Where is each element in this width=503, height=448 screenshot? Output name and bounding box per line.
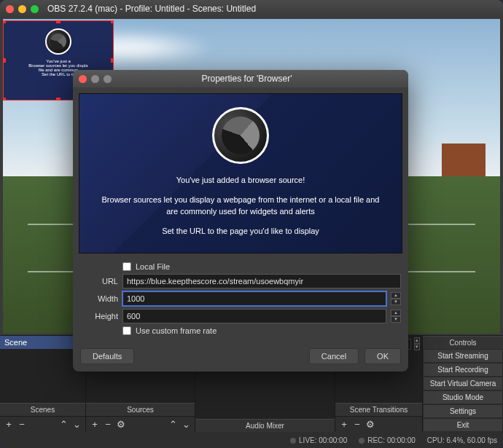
url-label: URL [80,277,118,286]
controls-panel-title: Controls [423,336,503,349]
url-input[interactable] [122,274,401,288]
mixer-panel-title: Audio Mixer [195,419,335,432]
width-spin-down[interactable]: ▼ [391,299,401,305]
obs-logo-icon [45,28,71,55]
add-source-button[interactable]: + [89,419,101,431]
scene-down-button[interactable]: ⌄ [71,419,82,431]
studio-mode-button[interactable]: Studio Mode [423,390,503,404]
add-scene-button[interactable]: + [3,419,15,431]
status-bar: LIVE: 00:00:00 REC: 00:00:00 CPU: 6.4%, … [0,432,503,448]
remove-scene-button[interactable]: − [16,419,28,431]
custom-frame-rate-label: Use custom frame rate [136,326,217,335]
live-status-dot [290,438,296,444]
custom-frame-rate-checkbox[interactable] [122,326,131,335]
local-file-label: Local File [136,262,170,271]
add-transition-button[interactable]: + [338,419,350,431]
window-title: OBS 27.2.4 (mac) - Profile: Untitled - S… [47,4,256,14]
spin-up[interactable]: ▲ [414,337,420,344]
cancel-button[interactable]: Cancel [309,348,359,364]
dialog-preview: You've just added a browser source! Brow… [79,93,402,254]
minimize-window[interactable] [18,5,26,13]
settings-button[interactable]: Settings [423,404,503,418]
dialog-minimize [91,75,99,83]
scenes-panel-title: Scenes [0,403,85,416]
start-streaming-button[interactable]: Start Streaming [423,349,503,363]
rec-status: REC: 00:00:00 [367,436,416,444]
defaults-button[interactable]: Defaults [80,348,134,364]
remove-source-button[interactable]: − [102,419,114,431]
dialog-close[interactable] [79,75,87,83]
live-status: LIVE: 00:00:00 [299,436,347,444]
ok-button[interactable]: OK [364,348,401,364]
scene-up-button[interactable]: ⌃ [58,419,69,431]
width-input[interactable] [122,291,386,306]
properties-dialog: Properties for 'Browser' You've just add… [73,70,408,372]
source-up-button[interactable]: ⌃ [167,419,179,431]
cpu-status: CPU: 6.4%, 60.00 fps [427,436,497,444]
start-recording-button[interactable]: Start Recording [423,363,503,377]
zoom-window[interactable] [31,5,39,13]
main-titlebar: OBS 27.2.4 (mac) - Profile: Untitled - S… [0,0,503,17]
preview-text-2: Browser sources let you display a webpag… [98,194,383,218]
width-spin-up[interactable]: ▲ [391,292,401,299]
height-input[interactable] [122,309,386,323]
preview-text-3: Set the URL to the page you'd like to di… [98,225,383,237]
obs-logo-icon [212,107,269,164]
close-window[interactable] [6,5,14,13]
source-props-button[interactable]: ⚙ [115,419,127,431]
scene-label: Scene [4,338,27,347]
height-spin-up[interactable]: ▲ [391,310,401,316]
dialog-zoom [104,75,112,83]
preview-text-1: You've just added a browser source! [98,174,383,186]
transitions-panel-title: Scene Transitions [335,403,422,416]
sources-panel-title: Sources [86,403,195,416]
local-file-checkbox[interactable] [122,262,131,271]
rec-status-dot [359,438,364,444]
window-traffic-lights [6,5,39,13]
spin-down[interactable]: ▼ [414,344,420,350]
height-spin-down[interactable]: ▼ [391,316,401,323]
width-label: Width [80,294,118,303]
dialog-title: Properties for 'Browser' [120,74,373,84]
height-label: Height [80,312,118,321]
remove-transition-button[interactable]: − [351,419,363,431]
source-down-button[interactable]: ⌄ [180,419,192,431]
dialog-titlebar[interactable]: Properties for 'Browser' [73,70,408,87]
exit-button[interactable]: Exit [423,418,503,432]
start-virtual-camera-button[interactable]: Start Virtual Camera [423,377,503,390]
transition-settings-button[interactable]: ⚙ [364,419,376,431]
